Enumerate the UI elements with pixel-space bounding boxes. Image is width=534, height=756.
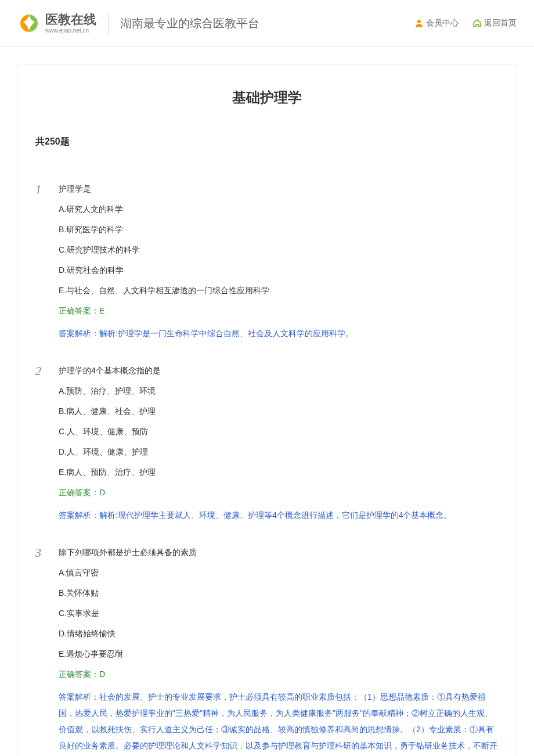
question-option: E.病人、预防、治疗、护理 [59, 466, 499, 478]
user-icon [414, 19, 424, 28]
question-option: D.研究社会的科学 [59, 264, 499, 276]
questions-list: 1护理学是A.研究人文的科学B.研究医学的科学C.研究护理技术的科学D.研究社会… [35, 183, 499, 756]
question-option: A.预防、治疗、护理、环境 [59, 385, 499, 397]
home-icon [472, 19, 482, 28]
question-header: 1护理学是A.研究人文的科学B.研究医学的科学C.研究护理技术的科学D.研究社会… [35, 183, 499, 341]
question-header: 3除下列哪项外都是护士必须具备的素质A.慎言守密B.关怀体贴C.实事求是D.情绪… [35, 546, 499, 756]
question-option: B.关怀体贴 [59, 587, 499, 599]
question-option: E.遇烦心事要忍耐 [59, 648, 499, 660]
correct-answer: 正确答案：D [59, 668, 499, 681]
question-option: C.研究护理技术的科学 [59, 244, 499, 256]
correct-answer: 正确答案：E [59, 305, 499, 317]
total-count: 共250题 [35, 136, 499, 148]
slogan: 湖南最专业的综合医教平台 [120, 16, 414, 31]
question-option: C.人、环境、健康、预防 [59, 426, 499, 438]
question-number: 2 [35, 365, 59, 378]
question-option: E.与社会、自然、人文科学相互渗透的一门综合性应用科学 [59, 285, 499, 297]
question-option: A.研究人文的科学 [59, 203, 499, 215]
question-header: 2护理学的4个基本概念指的是A.预防、治疗、护理、环境B.病人、健康、社会、护理… [35, 365, 499, 523]
home-link[interactable]: 返回首页 [472, 18, 517, 28]
question: 1护理学是A.研究人文的科学B.研究医学的科学C.研究护理技术的科学D.研究社会… [35, 183, 499, 341]
question: 3除下列哪项外都是护士必须具备的素质A.慎言守密B.关怀体贴C.实事求是D.情绪… [35, 546, 499, 756]
question-number: 1 [35, 183, 59, 196]
header: 医教在线 www.ejiao.net.cn 湖南最专业的综合医教平台 会员中心 … [0, 0, 534, 47]
question-option: B.病人、健康、社会、护理 [59, 405, 499, 417]
question-option: B.研究医学的科学 [59, 224, 499, 236]
question-option: D.人、环境、健康、护理 [59, 446, 499, 458]
answer-analysis: 答案解析：解析:现代护理学主要就人、环境、健康、护理等4个概念进行描述，它们是护… [59, 507, 499, 523]
question-text: 护理学是 [59, 183, 499, 195]
member-center-link[interactable]: 会员中心 [414, 18, 459, 28]
correct-answer: 正确答案：D [59, 487, 499, 499]
question-text: 除下列哪项外都是护士必须具备的素质 [59, 546, 499, 559]
question-option: A.慎言守密 [59, 567, 499, 579]
content: 基础护理学 共250题 1护理学是A.研究人文的科学B.研究医学的科学C.研究护… [17, 64, 517, 756]
question-text: 护理学的4个基本概念指的是 [59, 365, 499, 377]
answer-analysis: 答案解析：社会的发展、护士的专业发展要求，护士必须具有较高的职业素质包括：（1）… [59, 689, 499, 756]
question-body: 护理学是A.研究人文的科学B.研究医学的科学C.研究护理技术的科学D.研究社会的… [59, 183, 499, 341]
question-number: 3 [35, 546, 59, 560]
page-title: 基础护理学 [35, 88, 499, 107]
logo-icon [17, 12, 41, 35]
logo[interactable]: 医教在线 www.ejiao.net.cn [17, 12, 109, 35]
question-option: D.情绪始终愉快 [59, 628, 499, 640]
logo-url: www.ejiao.net.cn [45, 27, 96, 34]
logo-text: 医教在线 [45, 13, 96, 27]
home-link-label: 返回首页 [484, 18, 517, 28]
answer-analysis: 答案解析：解析:护理学是一门生命科学中综合自然、社会及人文科学的应用科学。 [59, 325, 499, 341]
question-option: C.实事求是 [59, 607, 499, 620]
question: 2护理学的4个基本概念指的是A.预防、治疗、护理、环境B.病人、健康、社会、护理… [35, 365, 499, 523]
question-body: 护理学的4个基本概念指的是A.预防、治疗、护理、环境B.病人、健康、社会、护理C… [59, 365, 499, 523]
svg-point-0 [417, 20, 421, 23]
question-body: 除下列哪项外都是护士必须具备的素质A.慎言守密B.关怀体贴C.实事求是D.情绪始… [59, 546, 499, 756]
nav-links: 会员中心 返回首页 [414, 18, 517, 28]
member-center-label: 会员中心 [426, 18, 459, 28]
logo-text-wrap: 医教在线 www.ejiao.net.cn [45, 13, 96, 33]
